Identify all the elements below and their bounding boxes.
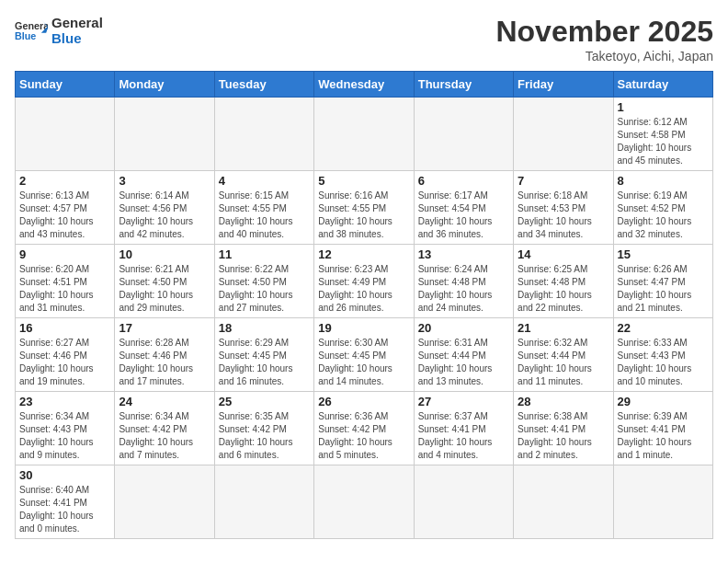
calendar-cell: 8Sunrise: 6:19 AM Sunset: 4:52 PM Daylig… <box>613 171 712 245</box>
calendar-week-row: 16Sunrise: 6:27 AM Sunset: 4:46 PM Dayli… <box>16 318 713 392</box>
column-header-tuesday: Tuesday <box>214 72 313 98</box>
day-number: 27 <box>418 395 509 408</box>
logo-blue-text: Blue <box>51 30 103 46</box>
column-header-wednesday: Wednesday <box>314 72 414 98</box>
calendar-cell <box>613 465 712 539</box>
calendar-cell: 29Sunrise: 6:39 AM Sunset: 4:41 PM Dayli… <box>613 392 712 465</box>
day-number: 14 <box>518 247 609 261</box>
calendar-cell: 24Sunrise: 6:34 AM Sunset: 4:42 PM Dayli… <box>115 392 214 465</box>
calendar-cell: 10Sunrise: 6:21 AM Sunset: 4:50 PM Dayli… <box>115 245 214 318</box>
calendar-cell: 12Sunrise: 6:23 AM Sunset: 4:49 PM Dayli… <box>314 245 414 318</box>
day-number: 10 <box>119 247 210 261</box>
day-info: Sunrise: 6:35 AM Sunset: 4:42 PM Dayligh… <box>219 410 310 462</box>
day-info: Sunrise: 6:25 AM Sunset: 4:48 PM Dayligh… <box>518 263 609 315</box>
calendar-cell: 16Sunrise: 6:27 AM Sunset: 4:46 PM Dayli… <box>16 318 115 392</box>
day-info: Sunrise: 6:29 AM Sunset: 4:45 PM Dayligh… <box>219 337 310 388</box>
calendar-cell: 6Sunrise: 6:17 AM Sunset: 4:54 PM Daylig… <box>414 171 513 245</box>
day-number: 16 <box>19 321 110 335</box>
day-info: Sunrise: 6:23 AM Sunset: 4:49 PM Dayligh… <box>318 263 409 315</box>
day-info: Sunrise: 6:14 AM Sunset: 4:56 PM Dayligh… <box>119 190 210 241</box>
calendar-cell <box>16 98 115 171</box>
day-number: 26 <box>318 395 409 408</box>
calendar-cell: 3Sunrise: 6:14 AM Sunset: 4:56 PM Daylig… <box>115 171 214 245</box>
day-info: Sunrise: 6:32 AM Sunset: 4:44 PM Dayligh… <box>518 337 609 388</box>
day-number: 5 <box>318 174 409 188</box>
day-number: 23 <box>19 395 110 408</box>
calendar-cell <box>414 465 513 539</box>
calendar-cell <box>414 98 513 171</box>
day-info: Sunrise: 6:36 AM Sunset: 4:42 PM Dayligh… <box>318 410 409 462</box>
day-info: Sunrise: 6:12 AM Sunset: 4:58 PM Dayligh… <box>618 116 709 167</box>
calendar-cell <box>214 98 313 171</box>
day-number: 8 <box>618 174 709 188</box>
day-number: 29 <box>618 395 709 408</box>
day-number: 18 <box>219 321 310 335</box>
day-number: 20 <box>418 321 509 335</box>
day-info: Sunrise: 6:16 AM Sunset: 4:55 PM Dayligh… <box>318 190 409 241</box>
calendar-table: SundayMondayTuesdayWednesdayThursdayFrid… <box>15 71 713 539</box>
calendar-cell: 9Sunrise: 6:20 AM Sunset: 4:51 PM Daylig… <box>16 245 115 318</box>
day-info: Sunrise: 6:17 AM Sunset: 4:54 PM Dayligh… <box>418 190 509 241</box>
logo: General Blue General Blue <box>15 15 103 46</box>
day-info: Sunrise: 6:20 AM Sunset: 4:51 PM Dayligh… <box>19 263 110 315</box>
day-info: Sunrise: 6:22 AM Sunset: 4:50 PM Dayligh… <box>219 263 310 315</box>
day-info: Sunrise: 6:34 AM Sunset: 4:43 PM Dayligh… <box>19 410 110 462</box>
month-year-title: November 2025 <box>495 15 713 49</box>
calendar-week-row: 23Sunrise: 6:34 AM Sunset: 4:43 PM Dayli… <box>16 392 713 465</box>
day-info: Sunrise: 6:27 AM Sunset: 4:46 PM Dayligh… <box>19 337 110 388</box>
calendar-week-row: 30Sunrise: 6:40 AM Sunset: 4:41 PM Dayli… <box>16 465 713 539</box>
calendar-cell: 7Sunrise: 6:18 AM Sunset: 4:53 PM Daylig… <box>514 171 613 245</box>
column-header-sunday: Sunday <box>16 72 115 98</box>
title-block: November 2025 Taketoyo, Aichi, Japan <box>495 15 713 63</box>
calendar-cell: 23Sunrise: 6:34 AM Sunset: 4:43 PM Dayli… <box>16 392 115 465</box>
day-number: 25 <box>219 395 310 408</box>
day-info: Sunrise: 6:18 AM Sunset: 4:53 PM Dayligh… <box>518 190 609 241</box>
calendar-header-row: SundayMondayTuesdayWednesdayThursdayFrid… <box>16 72 713 98</box>
calendar-cell: 19Sunrise: 6:30 AM Sunset: 4:45 PM Dayli… <box>314 318 414 392</box>
day-info: Sunrise: 6:30 AM Sunset: 4:45 PM Dayligh… <box>318 337 409 388</box>
day-number: 24 <box>119 395 210 408</box>
day-number: 6 <box>418 174 509 188</box>
day-info: Sunrise: 6:31 AM Sunset: 4:44 PM Dayligh… <box>418 337 509 388</box>
column-header-thursday: Thursday <box>414 72 513 98</box>
day-number: 11 <box>219 247 310 261</box>
day-number: 4 <box>219 174 310 188</box>
calendar-cell: 21Sunrise: 6:32 AM Sunset: 4:44 PM Dayli… <box>514 318 613 392</box>
column-header-saturday: Saturday <box>613 72 712 98</box>
day-number: 30 <box>19 468 110 482</box>
day-number: 17 <box>119 321 210 335</box>
calendar-week-row: 2Sunrise: 6:13 AM Sunset: 4:57 PM Daylig… <box>16 171 713 245</box>
logo-icon: General Blue <box>15 17 48 43</box>
calendar-cell: 27Sunrise: 6:37 AM Sunset: 4:41 PM Dayli… <box>414 392 513 465</box>
calendar-week-row: 9Sunrise: 6:20 AM Sunset: 4:51 PM Daylig… <box>16 245 713 318</box>
calendar-cell: 20Sunrise: 6:31 AM Sunset: 4:44 PM Dayli… <box>414 318 513 392</box>
calendar-cell: 28Sunrise: 6:38 AM Sunset: 4:41 PM Dayli… <box>514 392 613 465</box>
calendar-cell <box>514 465 613 539</box>
calendar-cell <box>314 465 414 539</box>
day-number: 15 <box>618 247 709 261</box>
logo-general-text: General <box>51 15 103 30</box>
day-number: 19 <box>318 321 409 335</box>
day-info: Sunrise: 6:39 AM Sunset: 4:41 PM Dayligh… <box>618 410 709 462</box>
day-info: Sunrise: 6:13 AM Sunset: 4:57 PM Dayligh… <box>19 190 110 241</box>
calendar-cell: 5Sunrise: 6:16 AM Sunset: 4:55 PM Daylig… <box>314 171 414 245</box>
day-info: Sunrise: 6:15 AM Sunset: 4:55 PM Dayligh… <box>219 190 310 241</box>
column-header-friday: Friday <box>514 72 613 98</box>
day-number: 2 <box>19 174 110 188</box>
calendar-cell: 30Sunrise: 6:40 AM Sunset: 4:41 PM Dayli… <box>16 465 115 539</box>
calendar-cell <box>115 98 214 171</box>
day-number: 12 <box>318 247 409 261</box>
day-number: 21 <box>518 321 609 335</box>
calendar-cell: 11Sunrise: 6:22 AM Sunset: 4:50 PM Dayli… <box>214 245 313 318</box>
calendar-cell: 18Sunrise: 6:29 AM Sunset: 4:45 PM Dayli… <box>214 318 313 392</box>
calendar-cell: 1Sunrise: 6:12 AM Sunset: 4:58 PM Daylig… <box>613 98 712 171</box>
calendar-cell <box>115 465 214 539</box>
day-info: Sunrise: 6:33 AM Sunset: 4:43 PM Dayligh… <box>618 337 709 388</box>
calendar-cell: 25Sunrise: 6:35 AM Sunset: 4:42 PM Dayli… <box>214 392 313 465</box>
day-number: 28 <box>518 395 609 408</box>
day-number: 22 <box>618 321 709 335</box>
calendar-cell: 26Sunrise: 6:36 AM Sunset: 4:42 PM Dayli… <box>314 392 414 465</box>
svg-text:Blue: Blue <box>15 30 36 41</box>
day-number: 9 <box>19 247 110 261</box>
day-info: Sunrise: 6:19 AM Sunset: 4:52 PM Dayligh… <box>618 190 709 241</box>
